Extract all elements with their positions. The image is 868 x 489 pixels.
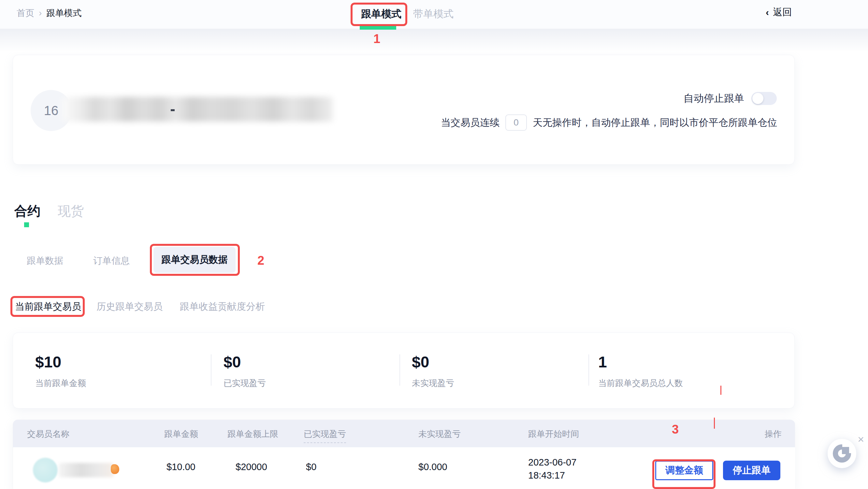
stat-label: 当前跟单金额: [35, 377, 86, 389]
trader-avatar-text: 16: [44, 103, 59, 118]
cell-follow-amount-limit: $20000: [236, 462, 267, 472]
row-trader-name-redacted: [59, 463, 114, 477]
col-unrealized-pnl: 未实现盈亏: [418, 428, 461, 440]
tab-spot[interactable]: 现货: [58, 202, 84, 220]
stat-value: $10: [35, 353, 86, 371]
stat-unrealized-pnl: $0 未实现盈亏: [412, 353, 454, 389]
trader-summary-card: 16 自动停止跟单 当交易员连续 天无操作时，自动停止跟单，同时以市价平仓所跟单…: [13, 55, 795, 165]
stat-realized-pnl: $0 已实现盈亏: [223, 353, 266, 389]
annotation-tick-1: [720, 386, 721, 395]
annotation-box-step1: [350, 3, 407, 26]
stat-divider: [211, 354, 212, 386]
col-realized-pnl[interactable]: 已实现盈亏: [304, 428, 346, 443]
active-market-indicator: [24, 222, 29, 227]
chevron-right-icon: ›: [39, 8, 42, 18]
stat-total-followed-traders: 1 当前跟单交易员总人数: [598, 353, 683, 389]
stat-label: 当前跟单交易员总人数: [598, 377, 683, 389]
cell-unrealized-pnl: $0.000: [418, 462, 447, 472]
stat-label: 已实现盈亏: [223, 377, 266, 389]
cell-start-time: 2023-06-07 18:43:17: [528, 456, 577, 482]
breadcrumb: 首页 › 跟单模式: [17, 7, 82, 19]
breadcrumb-current: 跟单模式: [46, 7, 82, 19]
tab-follow-data[interactable]: 跟单数据: [27, 255, 63, 267]
medal-icon: [111, 464, 119, 474]
tab-order-info[interactable]: 订单信息: [93, 255, 130, 267]
stats-card: $10 当前跟单金额 $0 已实现盈亏 $0 未实现盈亏 1 当前跟单交易员总人…: [13, 333, 795, 408]
annotation-number-1: 1: [373, 32, 380, 46]
cell-realized-pnl: $0: [306, 462, 316, 472]
days-input[interactable]: [505, 114, 527, 131]
back-button[interactable]: ‹ 返回: [766, 6, 792, 19]
top-navbar: 首页 › 跟单模式 跟单模式 带单模式 ‹ 返回: [0, 0, 868, 29]
annotation-box-adjust-button: [652, 459, 715, 489]
stat-value: $0: [223, 353, 266, 371]
stat-divider: [400, 354, 400, 386]
stat-divider: [588, 354, 589, 386]
col-follow-amount: 跟单金额: [164, 428, 198, 440]
stat-value: $0: [412, 353, 454, 371]
cell-follow-amount: $10.00: [166, 462, 195, 472]
col-actions: 操作: [765, 428, 782, 440]
annotation-box-step3-tab: [10, 296, 85, 317]
col-follow-amount-limit: 跟单金额上限: [227, 428, 278, 440]
start-date: 2023-06-07: [528, 456, 577, 469]
stop-follow-button[interactable]: 停止跟单: [723, 461, 780, 480]
auto-stop-sentence-suffix: 天无操作时，自动停止跟单，同时以市价平仓所跟单仓位: [533, 116, 777, 130]
topbar-shadow: [0, 29, 868, 52]
row-trader-avatar: [33, 458, 58, 483]
tab-profit-contribution-analysis[interactable]: 跟单收益贡献度分析: [180, 300, 265, 313]
trader-name-dash: [171, 109, 175, 111]
active-tab-underline: [360, 26, 396, 30]
annotation-number-2: 2: [257, 254, 264, 268]
gate-logo-icon: [833, 444, 851, 463]
floating-help-widget[interactable]: ×: [824, 434, 868, 479]
back-chevron-icon: ‹: [766, 7, 769, 18]
auto-stop-label: 自动停止跟单: [684, 92, 744, 105]
annotation-box-step2: [150, 244, 240, 276]
auto-stop-sentence-prefix: 当交易员连续: [441, 116, 499, 130]
annotation-number-3: 3: [672, 423, 679, 436]
close-icon[interactable]: ×: [858, 434, 864, 445]
col-start-time: 跟单开始时间: [528, 428, 579, 440]
tab-futures[interactable]: 合约: [14, 202, 40, 220]
start-time: 18:43:17: [528, 469, 577, 482]
stat-current-follow-amount: $10 当前跟单金额: [35, 353, 86, 389]
breadcrumb-home-link[interactable]: 首页: [17, 7, 34, 19]
tab-history-followed-traders[interactable]: 历史跟单交易员: [96, 300, 163, 313]
stat-value: 1: [598, 353, 683, 371]
back-label: 返回: [773, 6, 792, 19]
trader-name-redacted: [62, 97, 333, 122]
auto-stop-toggle[interactable]: [751, 92, 777, 105]
annotation-tick-2: [714, 418, 715, 429]
col-trader-name: 交易员名称: [27, 428, 69, 440]
tab-lead-mode[interactable]: 带单模式: [413, 7, 454, 21]
stat-label: 未实现盈亏: [412, 377, 454, 389]
toggle-knob-icon: [752, 93, 764, 104]
